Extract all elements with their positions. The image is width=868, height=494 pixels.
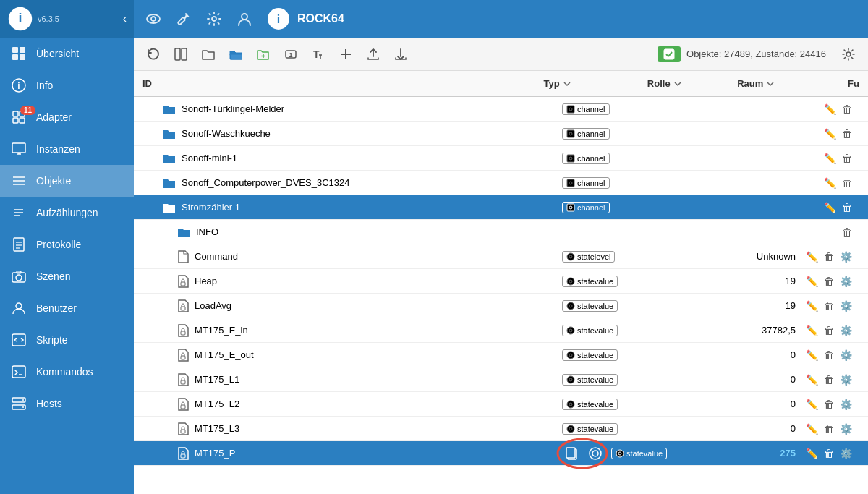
sidebar-item-hosts[interactable]: Hosts <box>0 388 134 420</box>
topbar: i ROCK64 <box>134 0 868 38</box>
delete-btn[interactable]: 🗑 <box>841 151 854 166</box>
sidebar-item-skripte[interactable]: Skripte <box>0 324 134 356</box>
gear-btn[interactable]: ⚙️ <box>838 397 854 412</box>
delete-btn[interactable]: 🗑 <box>822 372 835 387</box>
person-icon[interactable] <box>237 11 252 27</box>
gear-active-btn[interactable]: ⚙️ <box>838 323 854 338</box>
code-icon <box>10 331 27 349</box>
table-row-mt175-e-in[interactable]: MT175_E_in statevalue 37782,5 ✏️ 🗑 ⚙️ <box>134 318 868 343</box>
refresh-btn[interactable] <box>142 44 164 64</box>
gear-btn[interactable]: ⚙️ <box>838 348 854 362</box>
state-btn[interactable]: 1 <box>280 44 302 64</box>
svg-rect-5 <box>20 54 25 60</box>
edit-btn[interactable]: ✏️ <box>804 299 820 313</box>
svg-text:i: i <box>17 81 20 91</box>
sidebar-item-kommandos[interactable]: Kommandos <box>0 356 134 388</box>
sidebar-item-info[interactable]: i Info <box>0 69 134 101</box>
folder-btn[interactable] <box>197 44 219 64</box>
delete-btn[interactable]: 🗑 <box>822 446 835 461</box>
sidebar-item-instanzen[interactable]: Instanzen <box>0 133 134 165</box>
delete-btn[interactable]: 🗑 <box>841 127 854 141</box>
table-row-mt175-l3[interactable]: MT175_L3 statevalue 0 ✏️ 🗑 ⚙️ <box>134 417 868 441</box>
col-header-raum[interactable]: Raum <box>737 78 848 89</box>
row-id-cell: Stromzähler 1 <box>142 201 562 214</box>
sidebar-collapse-btn[interactable]: ‹ <box>123 12 127 25</box>
edit-btn[interactable]: ✏️ <box>822 200 838 215</box>
folder-add-btn[interactable] <box>252 44 274 64</box>
gear-btn[interactable]: ⚙️ <box>838 274 854 289</box>
svg-rect-43 <box>182 48 187 60</box>
delete-btn[interactable]: 🗑 <box>822 250 835 264</box>
gear-btn[interactable]: ⚙️ <box>838 372 854 387</box>
sidebar-item-szenen[interactable]: Szenen <box>0 260 134 292</box>
download-btn[interactable] <box>390 44 412 64</box>
gear-active-btn[interactable]: ⚙️ <box>838 446 854 461</box>
wrench-icon[interactable] <box>176 11 192 27</box>
table-row-mt175-p[interactable]: MT175_P <box>134 441 868 466</box>
edit-btn[interactable]: ✏️ <box>822 176 838 190</box>
sidebar-item-benutzer[interactable]: Benutzer <box>0 292 134 324</box>
gear-btn[interactable]: ⚙️ <box>838 422 854 436</box>
sidebar-item-adapter[interactable]: Adapter 11 <box>0 101 134 133</box>
col-header-typ[interactable]: Typ <box>543 78 647 89</box>
sidebar-item-protokolle[interactable]: Protokolle <box>0 229 134 260</box>
edit-btn[interactable]: ✏️ <box>804 372 820 387</box>
table-row-mt175-l2[interactable]: MT175_L2 statevalue 0 ✏️ 🗑 ⚙️ <box>134 392 868 417</box>
sidebar-item-aufzahlungen[interactable]: Aufzählungen <box>0 197 134 229</box>
svg-rect-30 <box>12 366 25 378</box>
settings-btn[interactable] <box>838 44 859 64</box>
delete-btn[interactable]: 🗑 <box>841 176 854 190</box>
gear-icon[interactable] <box>206 11 222 27</box>
table-row-loadavg[interactable]: LoadAvg statevalue 19 ✏️ 🗑 ⚙️ <box>134 294 868 318</box>
col-header-rolle[interactable]: Rolle <box>647 78 737 89</box>
edit-btn[interactable]: ✏️ <box>822 127 838 141</box>
table-row-command[interactable]: Command statelevel Unknown ✏️ 🗑 ⚙️ <box>134 244 868 269</box>
folder-open-btn[interactable] <box>225 44 247 64</box>
table-row-stromzahler[interactable]: Stromzähler 1 channel ✏️ 🗑 <box>134 195 868 220</box>
copy-icon[interactable] <box>565 446 579 461</box>
table-row[interactable]: Sonoff-Türklingel-Melder channel ✏️ 🗑 <box>134 97 868 122</box>
edit-btn[interactable]: ✏️ <box>804 250 820 264</box>
upload-btn[interactable] <box>362 44 384 64</box>
edit-btn[interactable]: ✏️ <box>822 151 838 166</box>
type-badge: statelevel <box>562 251 615 263</box>
svg-point-28 <box>16 303 22 309</box>
gear-btn[interactable]: ⚙️ <box>838 250 854 264</box>
sidebar-item-objekte[interactable]: Objekte <box>0 165 134 197</box>
svg-rect-4 <box>12 54 18 60</box>
type-badge: statevalue <box>562 300 618 312</box>
row-value: Unknown <box>757 251 796 262</box>
sidebar-item-ubersicht[interactable]: Übersicht <box>0 38 134 69</box>
edit-btn[interactable]: ✏️ <box>804 274 820 289</box>
delete-btn[interactable]: 🗑 <box>841 200 854 215</box>
table-row[interactable]: Sonoff_Computerpower_DVES_3C1324 channel… <box>134 171 868 195</box>
edit-btn[interactable]: ✏️ <box>804 422 820 436</box>
columns-btn[interactable] <box>170 44 192 64</box>
delete-btn[interactable]: 🗑 <box>822 274 835 289</box>
delete-btn[interactable]: 🗑 <box>841 225 854 239</box>
eye-icon[interactable] <box>145 11 161 27</box>
table-row-mt175-e-out[interactable]: MT175_E_out statevalue 0 ✏️ 🗑 ⚙️ <box>134 343 868 367</box>
delete-btn[interactable]: 🗑 <box>822 397 835 412</box>
table-row[interactable]: Sonoff-mini-1 channel ✏️ 🗑 <box>134 146 868 171</box>
delete-btn[interactable]: 🗑 <box>841 102 854 116</box>
edit-btn[interactable]: ✏️ <box>804 446 820 461</box>
table-row[interactable]: Sonoff-Waschkueche channel ✏️ 🗑 <box>134 122 868 146</box>
table-row-heap[interactable]: Heap statevalue 19 ✏️ 🗑 ⚙️ <box>134 269 868 294</box>
delete-btn[interactable]: 🗑 <box>822 299 835 313</box>
delete-btn[interactable]: 🗑 <box>822 323 835 338</box>
edit-btn[interactable]: ✏️ <box>822 102 838 116</box>
edit-btn[interactable]: ✏️ <box>804 348 820 362</box>
row-actions: ✏️ 🗑 <box>822 176 854 190</box>
text-btn[interactable]: T <box>307 44 329 64</box>
delete-btn[interactable]: 🗑 <box>822 348 835 362</box>
edit-btn[interactable]: ✏️ <box>804 323 820 338</box>
gear-btn[interactable]: ⚙️ <box>838 299 854 313</box>
svg-point-36 <box>147 14 160 23</box>
table-row-info[interactable]: INFO 🗑 <box>134 220 868 244</box>
table-row-mt175-l1[interactable]: MT175_L1 statevalue 0 ✏️ 🗑 ⚙️ <box>134 367 868 392</box>
row-type-cell: channel <box>562 177 671 189</box>
add-btn[interactable] <box>335 44 357 64</box>
delete-btn[interactable]: 🗑 <box>822 422 835 436</box>
edit-btn[interactable]: ✏️ <box>804 397 820 412</box>
